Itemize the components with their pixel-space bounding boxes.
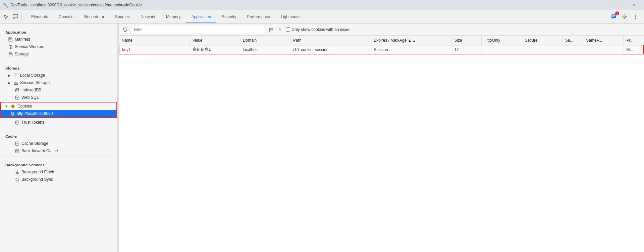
tab-console[interactable]: Console [53,11,79,23]
sidebar-item-indexeddb[interactable]: IndexedDB [0,86,117,94]
panel-layout-button[interactable] [11,12,20,22]
more-options-button[interactable] [631,12,640,22]
clear-icon: ✕ [278,27,282,32]
minimize-button[interactable]: ─ [592,0,608,10]
show-issues-checkbox[interactable] [286,27,290,32]
close-button[interactable]: ✕ [626,0,641,10]
sidebar-item-web-sql[interactable]: Web SQL [0,94,117,101]
table-row[interactable]: key1 密钥信息1 localhost /10_cookie_session … [119,45,644,54]
col-header-expires[interactable]: Expires / Max-Age ▲ [371,36,451,45]
col-header-size[interactable]: Size [451,36,482,45]
tab-security[interactable]: Security [216,11,241,23]
filter-options-button[interactable] [267,26,274,33]
main-content: ✕ Only show cookies with an issue Name V… [119,24,644,252]
col-header-name[interactable]: Name [119,36,190,45]
chat-badge: 1 [615,11,619,15]
trust-tokens-icon [15,120,19,125]
cache-storage-icon [15,141,19,146]
background-fetch-icon [15,170,19,174]
cookies-data-table: Name Value Domain Path Expires / Max-Age… [119,36,644,62]
sidebar-item-manifest[interactable]: Manifest [0,36,117,43]
toolbar-separator [21,13,22,20]
sidebar-item-service-workers[interactable]: Service Workers [0,43,117,50]
svg-point-8 [635,16,636,17]
tab-elements[interactable]: Elements [26,11,53,23]
cookies-label: Cookies [17,104,32,109]
chat-button[interactable]: 1 [609,12,619,22]
cell-name: key1 [119,45,190,54]
svg-point-60 [271,29,272,30]
filter-input[interactable] [131,26,265,33]
sidebar-item-cookies-localhost[interactable]: http://localhost:8090 [1,110,116,117]
svg-rect-4 [612,15,615,16]
background-sync-icon [15,177,19,182]
cursor-icon [3,14,9,19]
settings-button[interactable] [620,12,629,22]
local-storage-arrow: ▶ [8,74,11,77]
title-bar-text: DevTools - localhost:8090/10_cookie_sess… [10,3,592,7]
trust-tokens-label: Trust Tokens [21,120,44,125]
sidebar-item-trust-tokens[interactable]: Trust Tokens [0,119,117,126]
tab-memory[interactable]: Memory [161,11,186,23]
sidebar-item-cookies[interactable]: ▼ Cookies [1,102,116,110]
sidebar-item-back-forward-cache[interactable]: Back-forward Cache [0,147,117,155]
sidebar-item-storage[interactable]: Storage [0,50,117,58]
cookies-table-body: key1 密钥信息1 localhost /10_cookie_session … [119,45,644,62]
svg-point-15 [10,46,11,47]
show-issues-text: Only show cookies with an issue [291,27,350,32]
col-header-httponly[interactable]: HttpOnly [482,36,522,45]
refresh-cookies-button[interactable] [121,26,129,33]
sidebar-item-cache-storage[interactable]: Cache Storage [0,140,117,147]
tab-recorder[interactable]: Recorder ● [79,11,110,23]
indexeddb-icon [15,88,19,92]
tab-network[interactable]: Network [135,11,161,23]
svg-rect-22 [14,74,18,77]
sidebar-item-background-sync[interactable]: Background Sync [0,176,117,183]
devtools-body: Application Manifest [0,24,644,252]
svg-rect-1 [13,18,15,19]
svg-marker-3 [612,18,613,19]
session-storage-icon [13,81,18,85]
svg-rect-26 [14,81,18,84]
back-forward-cache-icon [15,149,19,153]
clear-filter-button[interactable]: ✕ [276,26,284,33]
storage-icon [8,52,13,56]
svg-point-61 [269,30,270,31]
sort-asc-icon: ▲ [407,38,412,43]
tab-lighthouse[interactable]: Lighthouse [275,11,306,23]
cell-httponly [482,45,522,54]
tab-sources[interactable]: Sources [110,11,135,23]
svg-rect-13 [9,40,11,40]
sidebar-item-local-storage[interactable]: ▶ Local Storage [0,72,117,79]
svg-point-7 [635,14,636,15]
sidebar-item-session-storage[interactable]: ▶ Session Storage [0,79,117,86]
show-issues-label[interactable]: Only show cookies with an issue [286,27,350,32]
cookies-localhost-label: http://localhost:8090 [17,111,53,116]
col-header-pr[interactable]: Pr... [624,36,644,45]
svg-point-9 [635,18,636,19]
col-header-sa[interactable]: Sa... [562,36,583,45]
web-sql-icon [15,95,19,100]
session-storage-arrow: ▶ [8,81,11,85]
svg-point-20 [9,52,12,54]
sidebar-item-background-fetch[interactable]: Background Fetch [0,168,117,176]
svg-rect-0 [13,14,18,18]
local-storage-icon [13,74,18,77]
maximize-button[interactable]: □ [609,0,625,10]
sidebar-section-cache: Cache [0,130,117,140]
col-header-value[interactable]: Value [190,36,240,45]
tab-application[interactable]: Application [186,11,216,23]
sidebar-divider-3 [0,157,117,157]
tab-performance[interactable]: Performance [241,11,275,23]
svg-rect-12 [9,39,11,40]
local-storage-label: Local Storage [20,73,45,78]
cookies-icon [11,104,15,109]
empty-cell [119,54,644,62]
cursor-tool-button[interactable] [1,12,11,22]
col-header-domain[interactable]: Domain [240,36,290,45]
title-bar: 🔧 DevTools - localhost:8090/10_cookie_se… [0,0,644,10]
table-row-empty[interactable] [119,54,644,62]
col-header-path[interactable]: Path [290,36,371,45]
col-header-samep[interactable]: SameP... [583,36,624,45]
col-header-secure[interactable]: Secure [522,36,562,45]
